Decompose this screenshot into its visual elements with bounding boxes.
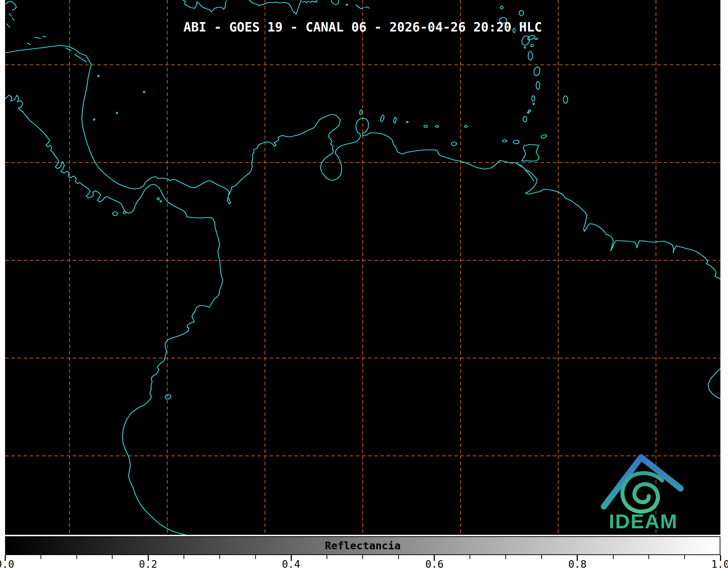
colorbar-minor-tick bbox=[470, 555, 470, 559]
reflectance-colorbar: Reflectancia bbox=[5, 536, 720, 555]
colorbar-minor-tick bbox=[398, 555, 399, 559]
colorbar-minor-tick bbox=[184, 555, 184, 559]
colorbar-minor-tick bbox=[613, 555, 614, 559]
colorbar-minor-tick bbox=[505, 555, 506, 559]
colorbar-minor-tick bbox=[684, 555, 685, 559]
colorbar-label: Reflectancia bbox=[6, 537, 720, 554]
colorbar-tick-label: 0.2 bbox=[139, 558, 157, 570]
colorbar-tick-label: 0.8 bbox=[568, 558, 587, 570]
colorbar-tick-label: 0.6 bbox=[425, 558, 444, 570]
colorbar-tick-label: 0.4 bbox=[282, 558, 300, 570]
colorbar-minor-tick bbox=[327, 555, 327, 559]
colorbar-minor-tick bbox=[648, 555, 649, 559]
logo-wordmark: IDEAM bbox=[609, 510, 678, 533]
colorbar-minor-tick bbox=[362, 555, 363, 559]
satellite-product-frame: IDEAM ABI - GOES 19 - CANAL 06 - 2026-04… bbox=[0, 0, 728, 571]
satellite-map-canvas: IDEAM bbox=[0, 0, 728, 535]
colorbar-minor-tick bbox=[41, 555, 41, 559]
colorbar-minor-tick bbox=[255, 555, 256, 559]
colorbar-minor-tick bbox=[541, 555, 542, 559]
colorbar-minor-tick bbox=[112, 555, 113, 559]
colorbar-tick-label: 1.0 bbox=[711, 558, 728, 570]
colorbar-minor-tick bbox=[76, 555, 77, 559]
product-title: ABI - GOES 19 - CANAL 06 - 2026-04-26 20… bbox=[5, 20, 720, 34]
colorbar-minor-tick bbox=[219, 555, 220, 559]
colorbar-tick-label: 0.0 bbox=[0, 558, 14, 570]
